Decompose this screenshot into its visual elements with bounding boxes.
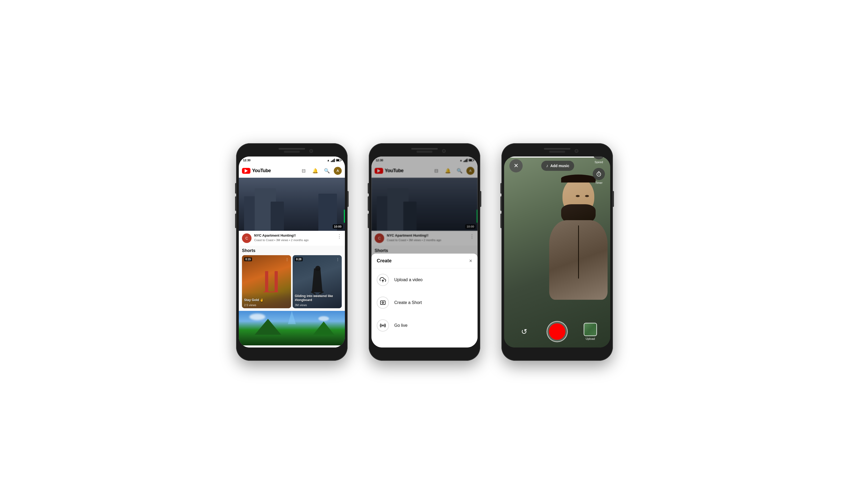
go-live-label: Go live bbox=[394, 323, 408, 328]
notifications-button[interactable]: 🔔 bbox=[310, 166, 320, 176]
create-short-label: Create a Short bbox=[394, 300, 422, 305]
phone-2: 12:30 ▲ bbox=[369, 143, 480, 361]
mountain-1 bbox=[255, 319, 281, 335]
short-1-views: 2.5 views bbox=[244, 304, 256, 307]
short-1-title: Stay Gold ✌ bbox=[244, 298, 289, 302]
phone-2-speaker bbox=[417, 151, 432, 153]
signal-bar-1 bbox=[331, 161, 332, 162]
bottom-nav: ⌂ Home ◎ Explore + ☰ Subscriptions ⊟ Lib… bbox=[239, 345, 345, 347]
channel-name: Coast to Coast bbox=[254, 238, 273, 242]
signal-bar-3 bbox=[333, 159, 334, 162]
phone-3-speaker bbox=[549, 151, 565, 153]
phone-3: ✕ ♪ Add music Speed bbox=[502, 143, 613, 361]
go-live-item[interactable]: Go live bbox=[372, 314, 477, 337]
video-title: NYC Apartment Hunting!! bbox=[254, 233, 334, 238]
flip-icon: ↺ bbox=[521, 327, 527, 336]
phone-3-power bbox=[613, 191, 614, 207]
avatar[interactable]: A bbox=[334, 167, 342, 175]
go-live-icon bbox=[377, 319, 389, 331]
upload-thumb-bg bbox=[584, 323, 596, 336]
upload-button[interactable]: Upload bbox=[584, 323, 597, 340]
video-thumbnail[interactable]: 10:00 bbox=[239, 178, 345, 231]
power-button bbox=[347, 191, 349, 207]
phone-3-silent bbox=[500, 214, 502, 228]
volume-down-button bbox=[235, 196, 236, 211]
timer-icon bbox=[593, 168, 605, 180]
svg-point-2 bbox=[382, 302, 384, 304]
short-2-duration: 0:28 bbox=[295, 257, 303, 261]
camera-top-bar: ✕ ♪ Add music Speed bbox=[504, 157, 610, 175]
jacket-zipper bbox=[578, 226, 579, 278]
create-short-item[interactable]: Create a Short bbox=[372, 291, 477, 314]
modal-title: Create bbox=[377, 258, 392, 264]
building-3 bbox=[271, 202, 284, 231]
bridge-tower-left bbox=[265, 271, 268, 292]
create-modal: Create × Upload a video bbox=[372, 254, 477, 347]
speed-button[interactable]: Speed bbox=[593, 157, 605, 164]
upload-thumbnail bbox=[584, 323, 597, 336]
video-more-button[interactable]: ⋮ bbox=[337, 233, 342, 239]
status-icons: ▲ bbox=[327, 159, 341, 162]
phone-2-vol-up bbox=[368, 183, 369, 194]
upload-video-item[interactable]: Upload a video bbox=[372, 268, 477, 291]
close-x-icon: ✕ bbox=[513, 162, 519, 169]
video-duration: 10:00 bbox=[333, 224, 343, 229]
yt-play-triangle bbox=[245, 169, 248, 173]
add-music-label: Add music bbox=[550, 164, 570, 168]
battery-icon bbox=[336, 159, 341, 162]
signal-bar-2 bbox=[332, 160, 333, 162]
speed-label: Speed bbox=[595, 161, 603, 164]
dot-separator-2: • bbox=[289, 238, 291, 242]
search-button[interactable]: 🔍 bbox=[322, 166, 332, 176]
upload-video-label: Upload a video bbox=[394, 277, 423, 282]
short-card-2[interactable]: 0:28 ⋮ Gliding into weekend like #longbo… bbox=[293, 255, 342, 308]
phone-2-screen: 12:30 ▲ bbox=[372, 157, 477, 347]
signal-bar-4 bbox=[334, 159, 335, 162]
phone-2-power bbox=[480, 191, 481, 207]
scroll-indicator bbox=[344, 210, 345, 223]
camera-close-button[interactable]: ✕ bbox=[509, 159, 523, 173]
time-ago: 2 months ago bbox=[291, 238, 309, 242]
view-count: 3M views bbox=[276, 238, 288, 242]
eye-left bbox=[585, 195, 589, 197]
short-2-more[interactable]: ⋮ bbox=[336, 257, 340, 262]
status-time: 12:30 bbox=[243, 159, 251, 162]
create-modal-overlay[interactable]: Create × Upload a video bbox=[372, 157, 477, 347]
camera-screen: ✕ ♪ Add music Speed bbox=[504, 157, 610, 347]
cloud-2 bbox=[319, 316, 329, 321]
yt-logo: YouTube bbox=[242, 168, 271, 174]
phone-speaker bbox=[284, 151, 300, 153]
short-1-more[interactable]: ⋮ bbox=[285, 257, 289, 262]
mountain-2 bbox=[313, 322, 334, 335]
short-card-1[interactable]: 0:15 ⋮ Stay Gold ✌ 2.5 views bbox=[242, 255, 291, 308]
phone-3-camera bbox=[575, 149, 578, 153]
short-2-title: Gliding into weekend like #longboard bbox=[295, 294, 340, 302]
landscape-thumbnail[interactable] bbox=[239, 311, 345, 345]
yt-logo-text: YouTube bbox=[252, 168, 271, 174]
eye-right bbox=[576, 195, 580, 197]
upload-icon bbox=[377, 274, 389, 286]
short-2-views: 3M views bbox=[295, 304, 307, 307]
modal-header: Create × bbox=[372, 258, 477, 268]
upload-label: Upload bbox=[586, 337, 595, 340]
modal-close-button[interactable]: × bbox=[469, 258, 472, 264]
svg-rect-1 bbox=[380, 301, 385, 305]
channel-avatar: C bbox=[242, 233, 252, 243]
video-meta: NYC Apartment Hunting!! Coast to Coast •… bbox=[254, 233, 334, 242]
shorts-row: 0:15 ⋮ Stay Gold ✌ 2.5 views 0:28 ⋮ Glid… bbox=[239, 255, 345, 308]
add-music-button[interactable]: ♪ Add music bbox=[541, 161, 574, 171]
cast-button[interactable]: ⊟ bbox=[299, 166, 308, 176]
yt-logo-icon bbox=[242, 168, 251, 174]
svg-point-3 bbox=[382, 325, 383, 326]
flip-camera-button[interactable]: ↺ bbox=[517, 325, 530, 338]
record-button[interactable] bbox=[546, 321, 568, 342]
phone-2-vol-down bbox=[368, 196, 369, 211]
signal-bars bbox=[331, 159, 335, 162]
shorts-label: Shorts bbox=[239, 248, 345, 255]
timer-button[interactable]: Timer bbox=[593, 168, 605, 184]
light-rays bbox=[288, 311, 296, 324]
wifi-icon: ▲ bbox=[327, 159, 330, 162]
phone-3-vol-up bbox=[500, 183, 502, 194]
volume-up-button bbox=[235, 183, 236, 194]
video-subtitle: Coast to Coast • 3M views • 2 months ago bbox=[254, 238, 334, 242]
